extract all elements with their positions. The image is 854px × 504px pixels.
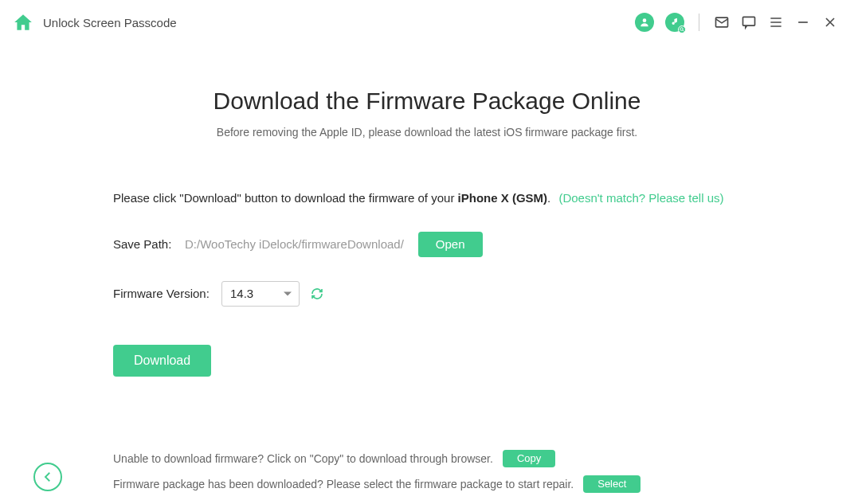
page-title: Unlock Screen Passcode	[43, 16, 177, 29]
svg-point-0	[643, 18, 647, 22]
download-button[interactable]: Download	[113, 345, 211, 377]
svg-rect-3	[743, 17, 755, 25]
user-icon[interactable]	[635, 13, 654, 32]
instruction-text: Please click "Download" button to downlo…	[113, 189, 741, 208]
main-heading: Download the Firmware Package Online	[113, 88, 741, 115]
save-path-label: Save Path:	[113, 237, 185, 251]
feedback-icon[interactable]	[741, 14, 757, 30]
select-hint-text: Firmware package has been downloaded? Pl…	[113, 478, 574, 490]
subtitle: Before removing the Apple ID, please dow…	[113, 126, 741, 139]
tell-us-link[interactable]: (Doesn't match? Please tell us)	[558, 191, 723, 205]
back-button[interactable]	[33, 463, 62, 491]
divider	[699, 14, 699, 31]
close-icon[interactable]	[822, 14, 838, 30]
menu-icon[interactable]	[768, 14, 784, 30]
save-path-value: D:/WooTechy iDelock/firmwareDownload/	[185, 237, 404, 251]
home-icon[interactable]	[13, 12, 33, 33]
svg-point-1	[680, 28, 684, 31]
minimize-icon[interactable]	[795, 14, 811, 30]
mail-icon[interactable]	[714, 14, 730, 30]
refresh-icon[interactable]	[311, 287, 323, 300]
copy-hint-text: Unable to download firmware? Click on "C…	[113, 452, 493, 465]
firmware-version-label: Firmware Version:	[113, 287, 221, 300]
instruction-prefix: Please click "Download" button to downlo…	[113, 191, 458, 205]
select-button[interactable]: Select	[583, 475, 640, 493]
firmware-version-select[interactable]: 14.3	[221, 281, 300, 307]
copy-button[interactable]: Copy	[503, 450, 555, 467]
instruction-suffix: .	[547, 191, 550, 205]
music-search-icon[interactable]	[665, 13, 684, 32]
device-model: iPhone X (GSM)	[458, 191, 548, 205]
open-button[interactable]: Open	[418, 232, 483, 257]
